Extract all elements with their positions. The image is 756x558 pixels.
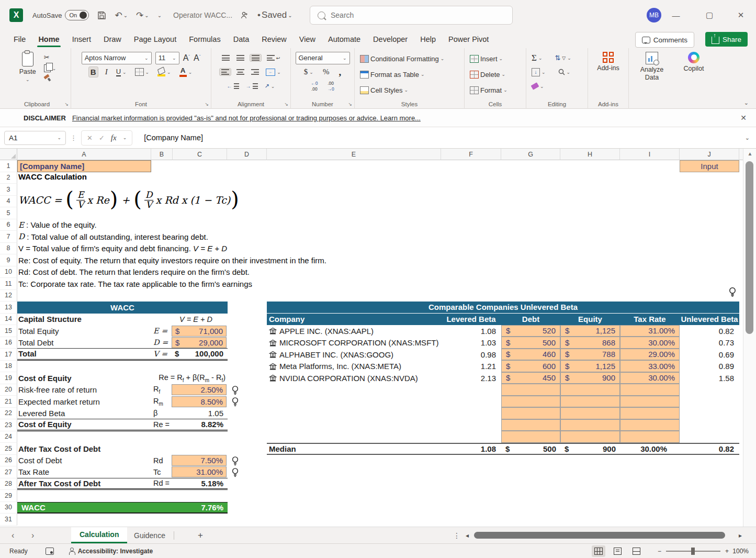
expected-market-return-input[interactable]: 8.50% <box>172 396 227 407</box>
row-header[interactable]: 5 <box>0 207 17 219</box>
font-color-button[interactable]: A⌄ <box>178 66 194 77</box>
insights-bulb-icon[interactable] <box>728 287 737 298</box>
debt-input[interactable] <box>501 419 560 431</box>
tab-data[interactable]: Data <box>227 30 256 48</box>
total-row[interactable]: Total V = $100,000 <box>17 349 228 361</box>
column-header-H[interactable]: H <box>560 149 620 160</box>
cost-of-debt-input[interactable]: 7.50% <box>172 455 227 466</box>
tax-input[interactable]: 29.00% <box>620 349 680 361</box>
bulb-icon[interactable] <box>231 456 239 466</box>
delete-cells-button[interactable]: Delete ⌄ <box>468 70 507 79</box>
tab-view[interactable]: View <box>293 30 322 48</box>
tax-input[interactable] <box>620 407 680 419</box>
row-header[interactable]: 17 <box>0 349 17 361</box>
row-header[interactable]: 13 <box>0 302 17 314</box>
autosave-toggle[interactable]: AutoSave On <box>32 10 89 20</box>
disclaimer-close-icon[interactable]: ✕ <box>740 114 747 122</box>
row-header[interactable]: 3 <box>0 184 17 196</box>
formula-bar-expand-chevron[interactable]: ⌄ <box>745 135 750 141</box>
equity-input[interactable] <box>560 384 620 396</box>
align-bottom-button[interactable] <box>250 54 262 62</box>
decrease-indent-button[interactable]: ← <box>225 83 241 90</box>
row-header[interactable]: 21 <box>0 396 17 408</box>
align-right-button[interactable] <box>250 69 261 75</box>
row-header[interactable]: 7 <box>0 231 17 243</box>
page-break-view-button[interactable] <box>629 545 643 557</box>
font-dialog-launcher[interactable]: ↘ <box>205 102 209 107</box>
sheet-tab-guidence[interactable]: Guidence <box>126 527 174 543</box>
equity-input[interactable] <box>560 407 620 419</box>
row-header[interactable]: 22 <box>0 408 17 420</box>
note-total-value[interactable]: V = Total value of firm's equity and deb… <box>18 243 227 255</box>
next-sheet-arrow[interactable]: › <box>31 527 34 544</box>
equity-input[interactable] <box>560 431 620 443</box>
debt-input[interactable] <box>501 384 560 396</box>
clipboard-dialog-launcher[interactable]: ↘ <box>64 102 69 107</box>
font-name-select[interactable]: Aptos Narrow⌄ <box>82 52 152 64</box>
percent-style-button[interactable]: % <box>321 67 331 77</box>
undo-button[interactable]: ↶⌄ <box>115 10 128 21</box>
new-sheet-button[interactable]: + <box>194 527 207 544</box>
row-header[interactable]: 6 <box>0 219 17 231</box>
orientation-button[interactable]: ↗⌄ <box>263 82 277 90</box>
sort-filter-button[interactable]: ⇅▽⌄ <box>553 53 572 62</box>
excel-logo-icon[interactable]: X <box>9 8 23 22</box>
search-box[interactable] <box>310 6 513 25</box>
alignment-dialog-launcher[interactable]: ↘ <box>284 102 288 107</box>
row-header[interactable]: 30 <box>0 502 17 514</box>
row-header[interactable]: 20 <box>0 384 17 396</box>
row-header[interactable]: 8 <box>0 243 17 255</box>
tab-developer[interactable]: Developer <box>367 30 414 48</box>
horizontal-scrollbar[interactable]: ◂ ▸ <box>466 531 742 540</box>
cancel-entry-icon[interactable]: ✕ <box>87 134 93 142</box>
row-header[interactable]: 19 <box>0 372 17 384</box>
bulb-icon[interactable] <box>231 385 239 396</box>
tab-review[interactable]: Review <box>255 30 293 48</box>
bulb-icon[interactable] <box>231 397 239 407</box>
prev-sheet-arrow[interactable]: ‹ <box>12 527 14 544</box>
debt-input[interactable] <box>501 407 560 419</box>
decrease-font-button[interactable]: Aˇ <box>194 53 200 63</box>
tab-help[interactable]: Help <box>414 30 442 48</box>
row-header[interactable]: 11 <box>0 278 17 290</box>
copy-button[interactable]: ⌄ <box>42 64 58 73</box>
quick-access-chevron[interactable]: ⌄ <box>157 13 162 18</box>
macro-record-icon[interactable] <box>46 548 54 555</box>
debt-input[interactable]: $460 <box>501 349 560 361</box>
paste-button[interactable]: Paste ⌄ <box>16 51 39 83</box>
tax-input[interactable]: 30.00% <box>620 337 680 349</box>
zoom-in-button[interactable]: + <box>725 548 729 555</box>
increase-indent-button[interactable]: → <box>244 83 259 90</box>
borders-button[interactable]: ⌄ <box>133 68 151 76</box>
total-debt-input[interactable]: $29,000 <box>172 337 227 348</box>
insert-cells-button[interactable]: Insert ⌄ <box>468 54 504 63</box>
font-size-select[interactable]: 11⌄ <box>155 52 179 64</box>
row-header[interactable]: 28 <box>0 478 17 490</box>
capital-structure-row[interactable]: Capital Structure V = E + D <box>17 314 228 326</box>
align-top-button[interactable] <box>220 54 231 61</box>
column-header-A[interactable]: A <box>17 149 151 160</box>
fill-color-button[interactable]: ⌄ <box>156 68 173 77</box>
equity-input[interactable]: $900 <box>560 372 620 384</box>
scroll-up-icon[interactable]: ▲ <box>743 151 756 157</box>
levered-beta-row[interactable]: Levered Beta β 1.05 <box>17 408 228 420</box>
empty-comps-row[interactable] <box>267 431 739 443</box>
maximize-button[interactable]: ▢ <box>697 0 721 30</box>
tax-input[interactable] <box>620 384 680 396</box>
italic-button[interactable]: I <box>104 67 109 77</box>
equity-input[interactable]: $1,125 <box>560 325 620 337</box>
empty-comps-row[interactable] <box>267 384 739 396</box>
empty-comps-row[interactable] <box>267 408 739 420</box>
row-header[interactable]: 31 <box>0 514 17 526</box>
equity-input[interactable]: $868 <box>560 337 620 349</box>
total-equity-row[interactable]: Total Equity E = $71,000 <box>17 325 228 337</box>
row-header[interactable]: 1 <box>0 160 17 172</box>
cost-of-equity-result-row[interactable]: Cost of Equity Re = 8.82% <box>17 419 228 431</box>
expected-market-return-row[interactable]: Expected market return Rm 8.50% <box>17 396 228 408</box>
tab-file[interactable]: File <box>7 30 32 48</box>
scroll-left-icon[interactable]: ◂ <box>466 532 469 539</box>
formula-bar-handle[interactable]: ⋮ <box>70 134 77 142</box>
format-cells-button[interactable]: Format ⌄ <box>468 86 509 95</box>
tab-draw[interactable]: Draw <box>97 30 128 48</box>
tab-insert[interactable]: Insert <box>66 30 97 48</box>
